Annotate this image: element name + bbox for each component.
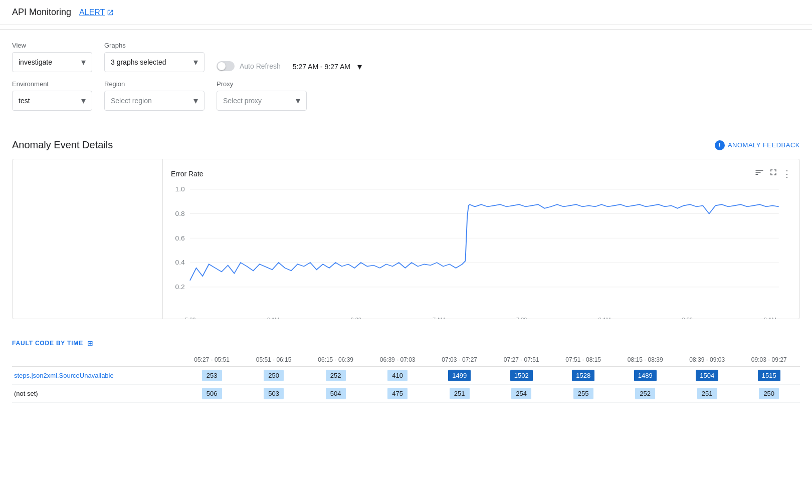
anomaly-section: Anomaly Event Details ! ANOMALY FEEDBACK… [0,131,812,327]
cell-r1-c1: 253 [181,367,243,385]
cell-r2-c9: 251 [676,385,738,403]
col-0727-0751: 07:27 - 07:51 [490,353,552,367]
controls-row-2: Environment test ▾ Region Select region … [12,80,800,111]
chart-area: 1.0 0.8 0.6 0.4 0.2 5:30 6 AM 6:30 7 AM … [171,184,791,314]
cell-r2-c4: 475 [366,385,429,403]
col-0639-0703: 06:39 - 07:03 [366,353,429,367]
x-label-530: 5:30 [185,317,195,319]
chart-header: Error Rate ⋮ [171,167,791,180]
controls-row-1: View investigate ▾ Graphs 3 graphs selec… [12,42,800,72]
graphs-dropdown[interactable]: 3 graphs selected ▾ [104,52,205,72]
region-label: Region [104,80,205,88]
table-row: steps.json2xml.SourceUnavailable 253 250… [12,367,800,385]
fault-table-title: FAULT CODE BY TIME [12,340,83,347]
view-label: View [12,42,92,49]
auto-refresh-toggle[interactable] [217,61,235,71]
proxy-placeholder: Select proxy [223,97,262,105]
col-0551-0615: 05:51 - 06:15 [243,353,305,367]
cell-r2-c6: 254 [490,385,552,403]
cell-r1-c8: 1489 [614,367,676,385]
cell-r2-c10: 250 [738,385,800,403]
col-0839-0903: 08:39 - 09:03 [676,353,738,367]
x-label-8am: 8 AM [598,317,611,319]
chart-sidebar [13,159,163,319]
more-options-icon[interactable]: ⋮ [782,168,791,179]
top-divider [0,29,812,30]
x-label-6am: 6 AM [267,317,279,319]
environment-label: Environment [12,80,92,88]
cell-r2-c5: 251 [429,385,491,403]
col-0903-0927: 09:03 - 09:27 [738,353,800,367]
chart-container: Error Rate ⋮ [12,159,800,319]
fault-table-section: FAULT CODE BY TIME ⊞ 05:27 - 05:51 05:51… [0,327,812,403]
expand-table-icon[interactable]: ⊞ [87,339,93,347]
graphs-chevron-icon: ▾ [193,57,198,68]
time-range-selector[interactable]: 5:27 AM - 9:27 AM ▾ [293,61,362,72]
feedback-label: ANOMALY FEEDBACK [728,141,800,149]
not-set-label: (not set) [12,385,181,403]
cell-r1-c6: 1502 [490,367,552,385]
view-chevron-icon: ▾ [81,57,86,68]
table-header-row: 05:27 - 05:51 05:51 - 06:15 06:15 - 06:3… [12,353,800,367]
environment-dropdown[interactable]: test ▾ [12,91,92,111]
svg-text:0.8: 0.8 [175,210,184,217]
environment-chevron-icon: ▾ [81,95,86,106]
chart-actions: ⋮ [754,167,791,180]
col-0751-0815: 07:51 - 08:15 [552,353,615,367]
x-axis: 5:30 6 AM 6:30 7 AM 7:30 8 AM 8:30 9 AM [171,316,791,319]
external-link-icon [107,9,114,16]
time-range-value: 5:27 AM - 9:27 AM [293,63,350,71]
fault-code-label: steps.json2xml.SourceUnavailable [12,367,181,385]
region-control: Region Select region ▾ [104,80,205,111]
cell-r1-c7: 1528 [552,367,615,385]
cell-r1-c5: 1499 [429,367,491,385]
svg-text:0.2: 0.2 [175,284,184,291]
col-0527-0551: 05:27 - 05:51 [181,353,243,367]
cell-r1-c4: 410 [366,367,429,385]
cell-r1-c3: 252 [305,367,367,385]
cell-r2-c7: 255 [552,385,615,403]
col-0815-0839: 08:15 - 08:39 [614,353,676,367]
view-control: View investigate ▾ [12,42,92,72]
cell-r2-c8: 252 [614,385,676,403]
table-row: (not set) 506 503 504 475 251 254 255 25… [12,385,800,403]
chart-title: Error Rate [171,170,204,178]
environment-value: test [19,97,30,105]
view-value: investigate [19,58,52,66]
region-dropdown[interactable]: Select region ▾ [104,91,205,111]
anomaly-feedback-button[interactable]: ! ANOMALY FEEDBACK [715,140,800,150]
expand-icon[interactable] [768,167,778,180]
chart-main: Error Rate ⋮ [163,159,799,319]
x-label-730: 7:30 [516,317,527,319]
col-label [12,353,181,367]
error-rate-chart: 1.0 0.8 0.6 0.4 0.2 [171,184,791,314]
alert-link[interactable]: ALERT [79,8,114,17]
proxy-control: Proxy Select proxy ▾ [217,80,307,111]
graphs-value: 3 graphs selected [111,58,166,66]
cell-r1-c2: 250 [243,367,305,385]
svg-text:1.0: 1.0 [175,186,184,193]
cell-r2-c1: 506 [181,385,243,403]
proxy-label: Proxy [217,80,307,88]
svg-text:0.4: 0.4 [175,259,184,266]
cell-r1-c9: 1504 [676,367,738,385]
region-placeholder: Select region [111,97,152,105]
anomaly-title: Anomaly Event Details [12,139,113,151]
auto-refresh-group: Auto Refresh [217,61,281,72]
app-title: API Monitoring [12,7,71,18]
controls-divider [0,127,812,127]
cell-r2-c2: 503 [243,385,305,403]
proxy-dropdown[interactable]: Select proxy ▾ [217,91,307,111]
col-0615-0639: 06:15 - 06:39 [305,353,367,367]
feedback-icon: ! [715,140,725,150]
cell-r1-c10: 1515 [738,367,800,385]
x-label-9am: 9 AM [764,317,776,319]
svg-text:0.6: 0.6 [175,235,184,242]
region-chevron-icon: ▾ [193,95,198,106]
anomaly-header: Anomaly Event Details ! ANOMALY FEEDBACK [12,139,800,151]
time-range-chevron-icon: ▾ [357,61,362,72]
fault-code-table: 05:27 - 05:51 05:51 - 06:15 06:15 - 06:3… [12,353,800,403]
legend-icon[interactable] [754,167,764,180]
view-dropdown[interactable]: investigate ▾ [12,52,92,72]
auto-refresh-label: Auto Refresh [240,62,281,70]
